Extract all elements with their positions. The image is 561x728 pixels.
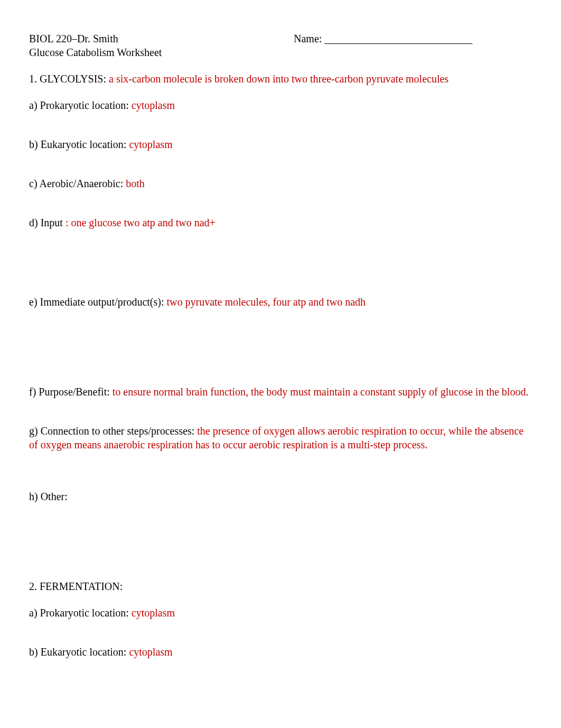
- q1-title-answer: a six-carbon molecule is broken down int…: [106, 73, 448, 85]
- header-left: BIOL 220–Dr. Smith: [29, 32, 267, 45]
- q1-e-line: e) Immediate output/product(s): two pyru…: [29, 295, 532, 309]
- q1-b-line: b) Eukaryotic location: cytoplasm: [29, 137, 532, 151]
- q1-b-label: b) Eukaryotic location:: [29, 139, 126, 150]
- q1-d-line: d) Input : one glucose two atp and two n…: [29, 216, 532, 229]
- q1-f-answer: to ensure normal brain function, the bod…: [110, 386, 529, 398]
- q2-b-answer: cytoplasm: [126, 646, 172, 658]
- q2-a-line: a) Prokaryotic location: cytoplasm: [29, 606, 532, 620]
- q2-b-label: b) Eukaryotic location:: [29, 646, 126, 658]
- q1-h-label: h) Other:: [29, 491, 68, 502]
- q1-c-label: c) Aerobic/Anaerobic:: [29, 178, 123, 189]
- q1-title-line: 1. GLYCOLYSIS: a six-carbon molecule is …: [29, 72, 532, 86]
- q2-title: 2. FERMENTATION:: [29, 580, 123, 592]
- q1-f-line: f) Purpose/Benefit: to ensure normal bra…: [29, 385, 532, 399]
- header-right: Name: ____________________________: [267, 32, 532, 45]
- q1-d-label: d) Input: [29, 217, 63, 228]
- q1-d-answer: : one glucose two atp and two nad+: [63, 217, 216, 228]
- q1-a-answer: cytoplasm: [129, 99, 175, 111]
- course-code: BIOL 220–Dr. Smith: [29, 33, 118, 44]
- q1-a-label: a) Prokaryotic location:: [29, 99, 129, 111]
- header-row: BIOL 220–Dr. Smith Name: _______________…: [29, 32, 532, 45]
- q1-a-line: a) Prokaryotic location: cytoplasm: [29, 98, 532, 112]
- q1-c-answer: both: [123, 178, 145, 189]
- q1-h-line: h) Other:: [29, 490, 532, 503]
- q2-a-answer: cytoplasm: [129, 607, 175, 619]
- worksheet-subtitle: Glucose Catabolism Worksheet: [29, 45, 532, 59]
- name-blank: ____________________________: [322, 33, 472, 44]
- q2-b-line: b) Eukaryotic location: cytoplasm: [29, 645, 532, 659]
- q1-g-label: g) Connection to other steps/processes:: [29, 425, 194, 437]
- q1-e-answer: two pyruvate molecules, four atp and two…: [164, 296, 366, 308]
- q1-b-answer: cytoplasm: [126, 139, 172, 150]
- q1-g-line: g) Connection to other steps/processes: …: [29, 424, 532, 451]
- q1-f-label: f) Purpose/Benefit:: [29, 386, 110, 398]
- q1-title: 1. GLYCOLYSIS:: [29, 73, 106, 85]
- q1-c-line: c) Aerobic/Anaerobic: both: [29, 177, 532, 190]
- q2-title-line: 2. FERMENTATION:: [29, 579, 532, 593]
- q2-a-label: a) Prokaryotic location:: [29, 607, 129, 619]
- name-label: Name:: [294, 33, 322, 44]
- q1-e-label: e) Immediate output/product(s):: [29, 296, 164, 308]
